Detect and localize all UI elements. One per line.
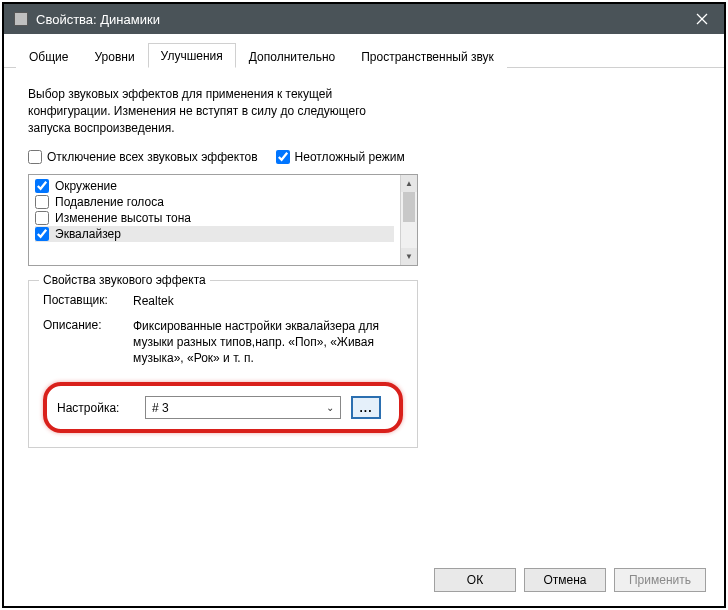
tab-general[interactable]: Общие (16, 44, 81, 68)
tab-strip: Общие Уровни Улучшения Дополнительно Про… (4, 34, 724, 68)
scroll-track[interactable] (401, 222, 417, 248)
apply-button[interactable]: Применить (614, 568, 706, 592)
scrollbar[interactable]: ▲ ▼ (400, 175, 417, 265)
effect-checkbox[interactable] (35, 179, 49, 193)
effect-label: Изменение высоты тона (55, 211, 191, 225)
button-bar: ОК Отмена Применить (434, 568, 706, 592)
disable-all-label: Отключение всех звуковых эффектов (47, 150, 258, 164)
effect-properties-group: Свойства звукового эффекта Поставщик: Re… (28, 280, 418, 448)
setting-value: # 3 (152, 401, 169, 415)
cancel-button[interactable]: Отмена (524, 568, 606, 592)
list-item[interactable]: Окружение (35, 178, 394, 194)
list-item[interactable]: Подавление голоса (35, 194, 394, 210)
description-value: Фиксированные настройки эквалайзера для … (133, 318, 393, 367)
ok-button[interactable]: ОК (434, 568, 516, 592)
disable-all-input[interactable] (28, 150, 42, 164)
description-label: Описание: (43, 318, 133, 367)
effects-listbox[interactable]: Окружение Подавление голоса Изменение вы… (28, 174, 418, 266)
group-title: Свойства звукового эффекта (39, 273, 210, 287)
disable-all-checkbox[interactable]: Отключение всех звуковых эффектов (28, 150, 258, 164)
scroll-thumb[interactable] (403, 192, 415, 222)
list-item[interactable]: Эквалайзер (35, 226, 394, 242)
effect-label: Подавление голоса (55, 195, 164, 209)
effect-checkbox[interactable] (35, 211, 49, 225)
effect-label: Окружение (55, 179, 117, 193)
setting-browse-button[interactable]: ... (351, 396, 381, 419)
immediate-mode-label: Неотложный режим (295, 150, 405, 164)
scroll-up-button[interactable]: ▲ (401, 175, 417, 192)
list-item[interactable]: Изменение высоты тона (35, 210, 394, 226)
provider-value: Realtek (133, 293, 393, 309)
effect-label: Эквалайзер (55, 227, 121, 241)
close-icon (696, 13, 708, 25)
titlebar: Свойства: Динамики (4, 4, 724, 34)
immediate-mode-input[interactable] (276, 150, 290, 164)
tab-advanced[interactable]: Дополнительно (236, 44, 348, 68)
tab-enhancements[interactable]: Улучшения (148, 43, 236, 68)
description-text: Выбор звуковых эффектов для применения к… (28, 86, 408, 136)
effect-checkbox[interactable] (35, 195, 49, 209)
provider-label: Поставщик: (43, 293, 133, 309)
setting-select[interactable]: # 3 ⌄ (145, 396, 341, 419)
scroll-down-button[interactable]: ▼ (401, 248, 417, 265)
immediate-mode-checkbox[interactable]: Неотложный режим (276, 150, 405, 164)
tab-levels[interactable]: Уровни (81, 44, 147, 68)
window-title: Свойства: Динамики (36, 12, 680, 27)
effect-checkbox[interactable] (35, 227, 49, 241)
app-icon (14, 12, 28, 26)
chevron-down-icon: ⌄ (326, 402, 334, 413)
tab-spatial[interactable]: Пространственный звук (348, 44, 507, 68)
setting-label: Настройка: (57, 401, 135, 415)
close-button[interactable] (680, 4, 724, 34)
setting-highlight: Настройка: # 3 ⌄ ... (43, 382, 403, 433)
